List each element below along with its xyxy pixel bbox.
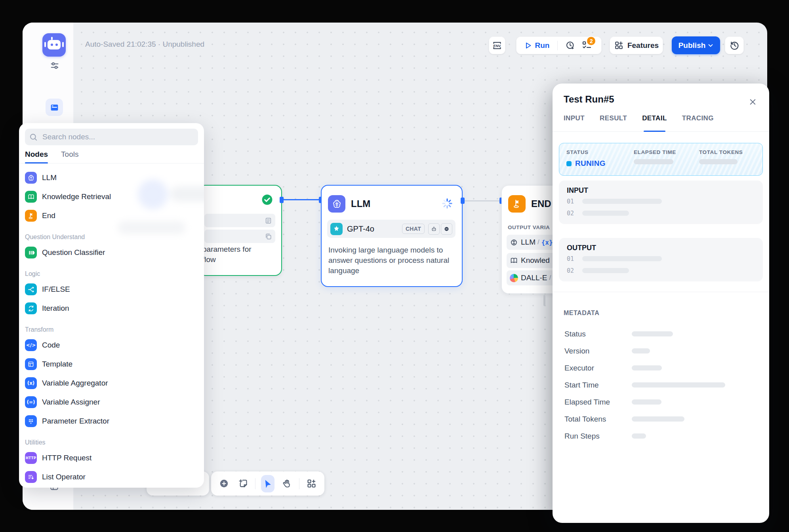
node-item-variable-aggregator[interactable]: (x) Variable Aggregator: [25, 374, 198, 393]
canvas-scrollbar[interactable]: [543, 295, 545, 306]
close-icon[interactable]: [747, 96, 758, 107]
checklist-button[interactable]: 2: [581, 40, 592, 51]
value-skeleton: [582, 268, 629, 273]
chevron-down-icon: [707, 42, 714, 49]
value-skeleton: [582, 199, 662, 204]
edge-llm-to-end: [463, 200, 501, 201]
workflow-app-icon[interactable]: [46, 99, 63, 116]
tab-input[interactable]: INPUT: [564, 114, 585, 132]
run-control-group: Run 2: [516, 36, 602, 54]
autosave-status: Auto-Saved 21:02:35 · Unpublished: [85, 40, 204, 49]
form-field-icon: [265, 217, 272, 224]
node-section-header: Question Understand: [25, 231, 198, 243]
http-icon: HTTP: [25, 452, 37, 464]
input-title: INPUT: [567, 186, 755, 195]
branch-icon: [25, 283, 37, 295]
output-row: 01: [567, 253, 755, 264]
node-item-knowledge-retrieval[interactable]: Knowledge Retrieval: [25, 187, 198, 206]
tab-detail[interactable]: DETAIL: [642, 114, 667, 132]
total-tokens-label: TOTAL TOKENS: [699, 149, 755, 155]
metadata-label: Version: [564, 347, 626, 355]
node-section-header: Utilities: [25, 437, 198, 448]
features-button[interactable]: Features: [610, 36, 663, 54]
tokens-skeleton: [699, 159, 738, 164]
input-row: 02: [567, 208, 755, 218]
value-skeleton: [582, 211, 629, 216]
start-node-description-line: parameters for: [202, 245, 252, 254]
test-run-panel: Test Run#5 INPUT RESULT DETAIL TRACING S…: [553, 84, 769, 523]
variable-assigner-icon: (=): [25, 396, 37, 408]
metadata-label: Start Time: [564, 381, 626, 390]
version-history-button[interactable]: [725, 36, 744, 54]
chat-mode-badge: CHAT: [402, 224, 425, 234]
node-item-http-request[interactable]: HTTP HTTP Request: [25, 448, 198, 467]
output-var-name: Knowled: [521, 256, 550, 265]
book-icon: [25, 191, 37, 203]
node-item-question-classifier[interactable]: Question Classifier: [25, 243, 198, 262]
metadata-row: Start Time: [559, 376, 763, 393]
code-icon: </>: [25, 339, 37, 351]
organize-nodes-button[interactable]: [305, 475, 318, 492]
metadata-row: Status: [559, 325, 763, 342]
start-field-row[interactable]: [204, 230, 275, 243]
divider: [299, 478, 299, 489]
features-grid-icon: [614, 40, 624, 50]
node-item-llm[interactable]: LLM: [25, 168, 198, 187]
node-item-list-operator[interactable]: List Operator: [25, 467, 198, 486]
pointer-tool-button[interactable]: [261, 475, 274, 492]
loop-icon: [25, 302, 37, 314]
preferences-sliders-icon[interactable]: [49, 60, 60, 71]
run-button[interactable]: Run: [523, 41, 554, 50]
node-section-header: Transform: [25, 324, 198, 336]
node-item-variable-assigner[interactable]: (=) Variable Assigner: [25, 393, 198, 412]
output-row: 02: [567, 265, 755, 276]
metadata-row: Run Steps: [559, 428, 763, 445]
value-skeleton: [632, 399, 661, 405]
node-item-end[interactable]: End: [25, 206, 198, 225]
divider: [255, 478, 255, 489]
value-skeleton: [632, 416, 684, 422]
publish-button[interactable]: Publish: [672, 36, 720, 54]
node-item-label: Variable Aggregator: [42, 379, 108, 388]
node-item-parameter-extractor[interactable]: Parameter Extractor: [25, 412, 198, 431]
start-node[interactable]: parameters for flow: [198, 185, 282, 276]
agent-robot-icon[interactable]: [428, 223, 440, 235]
separator: /: [549, 274, 551, 282]
variable-aggregator-icon: (x): [25, 377, 37, 389]
start-output-handle[interactable]: [280, 197, 284, 203]
tab-tools[interactable]: Tools: [61, 150, 78, 163]
node-item-label: Parameter Extractor: [42, 417, 109, 426]
hand-tool-button[interactable]: [280, 475, 293, 492]
llm-node[interactable]: LLM GPT-4o CHAT: [321, 185, 463, 287]
output-var-name: DALL-E: [521, 274, 547, 282]
value-skeleton: [582, 256, 662, 261]
app-logo-robot-icon[interactable]: [42, 33, 66, 57]
tab-result[interactable]: RESULT: [600, 114, 627, 132]
input-card: INPUT 01 02: [559, 180, 763, 224]
add-node-button[interactable]: [217, 475, 231, 492]
value-skeleton: [632, 365, 662, 370]
running-status-dot: [566, 161, 572, 166]
node-item-iteration[interactable]: Iteration: [25, 299, 198, 318]
llm-brain-icon: [25, 172, 37, 184]
tab-tracing[interactable]: TRACING: [682, 114, 714, 132]
tab-nodes[interactable]: Nodes: [25, 150, 48, 163]
add-note-button[interactable]: [236, 475, 250, 492]
status-label: STATUS: [566, 149, 634, 155]
run-history-clock-icon[interactable]: [565, 40, 576, 51]
llm-output-handle[interactable]: [461, 198, 465, 204]
node-item-code[interactable]: </> Code: [25, 336, 198, 355]
start-field-row[interactable]: [204, 214, 275, 227]
model-selector-row[interactable]: GPT-4o CHAT: [327, 220, 455, 238]
search-input[interactable]: [42, 132, 194, 142]
node-item-template[interactable]: Template: [25, 355, 198, 374]
vision-eye-icon[interactable]: [441, 223, 452, 235]
node-item-if-else[interactable]: IF/ELSE: [25, 280, 198, 299]
openai-icon: [330, 223, 343, 235]
list-operator-icon: [25, 471, 37, 483]
node-item-label: Variable Assigner: [42, 398, 100, 407]
value-skeleton: [632, 382, 725, 388]
env-button[interactable]: ENV: [489, 36, 505, 54]
metadata-label: Total Tokens: [564, 415, 626, 424]
template-icon: [25, 358, 37, 370]
